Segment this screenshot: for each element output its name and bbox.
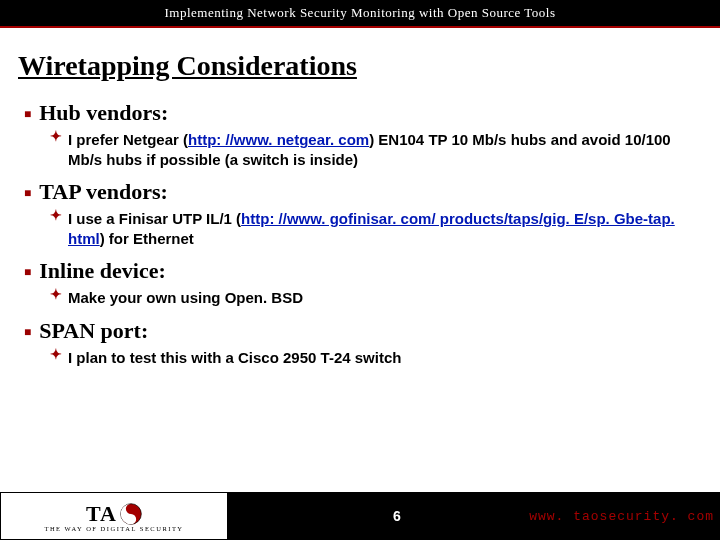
logo-text: TA xyxy=(86,501,117,527)
topic-detail: ✦ I plan to test this with a Cisco 2950 … xyxy=(50,348,696,368)
square-bullet-icon: ■ xyxy=(24,325,31,340)
footer-bar: TA THE WAY OF DIGITAL SECURITY 6 www. ta… xyxy=(0,492,720,540)
topic-heading: ■ Inline device: xyxy=(24,258,696,284)
star-bullet-icon: ✦ xyxy=(50,129,62,143)
topic-hub-vendors: ■ Hub vendors: ✦ I prefer Netgear (http:… xyxy=(24,100,696,169)
footer-url: www. taosecurity. com xyxy=(529,509,714,524)
logo-main: TA xyxy=(86,501,142,527)
topic-inline-device: ■ Inline device: ✦ Make your own using O… xyxy=(24,258,696,308)
topic-detail: ✦ Make your own using Open. BSD xyxy=(50,288,696,308)
topic-tap-vendors: ■ TAP vendors: ✦ I use a Finisar UTP IL/… xyxy=(24,179,696,248)
header-bar: Implementing Network Security Monitoring… xyxy=(0,0,720,26)
square-bullet-icon: ■ xyxy=(24,186,31,201)
topic-heading-text: SPAN port: xyxy=(39,318,148,344)
detail-pre: I plan to test this with a Cisco 2950 T-… xyxy=(68,349,401,366)
topic-detail: ✦ I use a Finisar UTP IL/1 (http: //www.… xyxy=(50,209,696,248)
logo-tagline: THE WAY OF DIGITAL SECURITY xyxy=(44,525,183,532)
topic-heading-text: TAP vendors: xyxy=(39,179,168,205)
topic-heading: ■ Hub vendors: xyxy=(24,100,696,126)
slide-content: ■ Hub vendors: ✦ I prefer Netgear (http:… xyxy=(0,86,720,367)
detail-text: I use a Finisar UTP IL/1 (http: //www. g… xyxy=(68,209,696,248)
svg-point-2 xyxy=(130,517,133,520)
detail-pre: I use a Finisar UTP IL/1 ( xyxy=(68,210,241,227)
topic-detail: ✦ I prefer Netgear (http: //www. netgear… xyxy=(50,130,696,169)
detail-text: I plan to test this with a Cisco 2950 T-… xyxy=(68,348,401,368)
star-bullet-icon: ✦ xyxy=(50,347,62,361)
topic-heading-text: Inline device: xyxy=(39,258,166,284)
netgear-link[interactable]: http: //www. netgear. com xyxy=(188,131,369,148)
topic-heading: ■ TAP vendors: xyxy=(24,179,696,205)
topic-span-port: ■ SPAN port: ✦ I plan to test this with … xyxy=(24,318,696,368)
star-bullet-icon: ✦ xyxy=(50,208,62,222)
svg-point-1 xyxy=(130,507,133,510)
logo-box: TA THE WAY OF DIGITAL SECURITY xyxy=(0,492,228,540)
detail-text: I prefer Netgear (http: //www. netgear. … xyxy=(68,130,696,169)
square-bullet-icon: ■ xyxy=(24,107,31,122)
yin-yang-icon xyxy=(120,503,142,525)
detail-text: Make your own using Open. BSD xyxy=(68,288,303,308)
detail-post: ) for Ethernet xyxy=(100,230,194,247)
page-number: 6 xyxy=(393,508,401,524)
star-bullet-icon: ✦ xyxy=(50,287,62,301)
header-title: Implementing Network Security Monitoring… xyxy=(164,5,555,20)
detail-pre: Make your own using Open. BSD xyxy=(68,289,303,306)
detail-pre: I prefer Netgear ( xyxy=(68,131,188,148)
square-bullet-icon: ■ xyxy=(24,265,31,280)
slide-title: Wiretapping Considerations xyxy=(0,42,720,86)
topic-heading-text: Hub vendors: xyxy=(39,100,168,126)
topic-heading: ■ SPAN port: xyxy=(24,318,696,344)
